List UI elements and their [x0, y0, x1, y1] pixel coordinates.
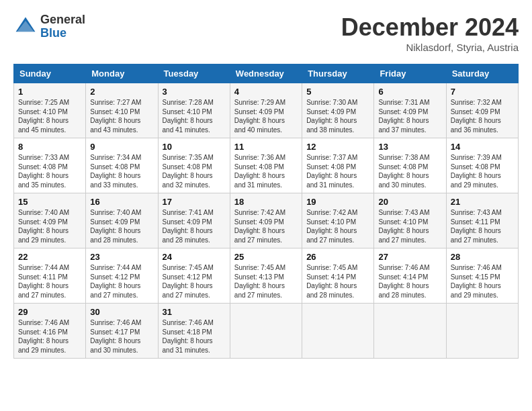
cell-details: Sunrise: 7:45 AM Sunset: 4:14 PM Dayligh… [306, 263, 369, 300]
calendar-cell: 9Sunrise: 7:34 AM Sunset: 4:08 PM Daylig… [86, 138, 158, 193]
calendar-cell: 19Sunrise: 7:42 AM Sunset: 4:10 PM Dayli… [302, 193, 374, 248]
cell-details: Sunrise: 7:34 AM Sunset: 4:08 PM Dayligh… [90, 153, 153, 189]
day-number: 18 [234, 197, 298, 207]
cell-details: Sunrise: 7:32 AM Sunset: 4:09 PM Dayligh… [451, 98, 514, 134]
calendar-cell: 28Sunrise: 7:46 AM Sunset: 4:15 PM Dayli… [446, 248, 518, 304]
cell-details: Sunrise: 7:43 AM Sunset: 4:10 PM Dayligh… [378, 208, 441, 244]
calendar-cell: 18Sunrise: 7:42 AM Sunset: 4:09 PM Dayli… [230, 193, 302, 248]
day-number: 7 [451, 87, 514, 97]
calendar-cell: 4Sunrise: 7:29 AM Sunset: 4:09 PM Daylig… [230, 83, 302, 138]
day-number: 27 [378, 252, 441, 262]
week-row-3: 15Sunrise: 7:40 AM Sunset: 4:09 PM Dayli… [14, 193, 519, 248]
calendar-cell: 10Sunrise: 7:35 AM Sunset: 4:08 PM Dayli… [158, 138, 230, 193]
calendar-cell: 15Sunrise: 7:40 AM Sunset: 4:09 PM Dayli… [14, 193, 86, 248]
calendar-cell: 11Sunrise: 7:36 AM Sunset: 4:08 PM Dayli… [230, 138, 302, 193]
day-number: 9 [90, 142, 153, 152]
calendar-cell: 24Sunrise: 7:45 AM Sunset: 4:12 PM Dayli… [158, 248, 230, 304]
cell-details: Sunrise: 7:27 AM Sunset: 4:10 PM Dayligh… [90, 98, 153, 134]
calendar-cell: 14Sunrise: 7:39 AM Sunset: 4:08 PM Dayli… [446, 138, 518, 193]
weekday-header-thursday: Thursday [302, 64, 374, 83]
day-number: 23 [90, 252, 153, 262]
calendar-cell: 1Sunrise: 7:25 AM Sunset: 4:10 PM Daylig… [14, 83, 86, 138]
day-number: 10 [163, 142, 226, 152]
calendar-cell: 21Sunrise: 7:43 AM Sunset: 4:11 PM Dayli… [446, 193, 518, 248]
day-number: 28 [451, 252, 514, 262]
day-number: 25 [234, 252, 298, 262]
calendar-cell: 20Sunrise: 7:43 AM Sunset: 4:10 PM Dayli… [374, 193, 446, 248]
calendar-cell: 26Sunrise: 7:45 AM Sunset: 4:14 PM Dayli… [302, 248, 374, 304]
page-header: General Blue December 2024 Niklasdorf, S… [13, 13, 519, 53]
weekday-header-sunday: Sunday [14, 64, 86, 83]
day-number: 12 [306, 142, 369, 152]
day-number: 2 [90, 87, 153, 97]
day-number: 31 [163, 307, 226, 317]
cell-details: Sunrise: 7:40 AM Sunset: 4:09 PM Dayligh… [90, 208, 153, 244]
day-number: 19 [306, 197, 369, 207]
cell-details: Sunrise: 7:37 AM Sunset: 4:08 PM Dayligh… [306, 153, 369, 189]
calendar-cell: 29Sunrise: 7:46 AM Sunset: 4:16 PM Dayli… [14, 304, 86, 359]
day-number: 16 [90, 197, 153, 207]
weekday-header-monday: Monday [86, 64, 158, 83]
cell-details: Sunrise: 7:31 AM Sunset: 4:09 PM Dayligh… [378, 98, 441, 134]
calendar-cell: 8Sunrise: 7:33 AM Sunset: 4:08 PM Daylig… [14, 138, 86, 193]
calendar-cell: 2Sunrise: 7:27 AM Sunset: 4:10 PM Daylig… [86, 83, 158, 138]
week-row-5: 29Sunrise: 7:46 AM Sunset: 4:16 PM Dayli… [14, 304, 519, 359]
cell-details: Sunrise: 7:44 AM Sunset: 4:11 PM Dayligh… [18, 263, 81, 300]
cell-details: Sunrise: 7:41 AM Sunset: 4:09 PM Dayligh… [163, 208, 226, 244]
calendar-cell: 13Sunrise: 7:38 AM Sunset: 4:08 PM Dayli… [374, 138, 446, 193]
calendar-cell: 12Sunrise: 7:37 AM Sunset: 4:08 PM Dayli… [302, 138, 374, 193]
calendar-cell: 27Sunrise: 7:46 AM Sunset: 4:14 PM Dayli… [374, 248, 446, 304]
calendar-cell: 17Sunrise: 7:41 AM Sunset: 4:09 PM Dayli… [158, 193, 230, 248]
cell-details: Sunrise: 7:25 AM Sunset: 4:10 PM Dayligh… [18, 98, 81, 134]
day-number: 8 [18, 142, 81, 152]
cell-details: Sunrise: 7:38 AM Sunset: 4:08 PM Dayligh… [378, 153, 441, 189]
day-number: 21 [451, 197, 514, 207]
day-number: 6 [378, 87, 441, 97]
day-number: 15 [18, 197, 81, 207]
weekday-header-row: SundayMondayTuesdayWednesdayThursdayFrid… [14, 64, 519, 83]
calendar-cell: 6Sunrise: 7:31 AM Sunset: 4:09 PM Daylig… [374, 83, 446, 138]
day-number: 29 [18, 307, 81, 317]
day-number: 14 [451, 142, 514, 152]
day-number: 3 [163, 87, 226, 97]
day-number: 30 [90, 307, 153, 317]
calendar-table: SundayMondayTuesdayWednesdayThursdayFrid… [13, 64, 519, 359]
week-row-1: 1Sunrise: 7:25 AM Sunset: 4:10 PM Daylig… [14, 83, 519, 138]
title-block: December 2024 Niklasdorf, Styria, Austri… [341, 13, 519, 53]
calendar-cell: 5Sunrise: 7:30 AM Sunset: 4:09 PM Daylig… [302, 83, 374, 138]
day-number: 24 [163, 252, 226, 262]
cell-details: Sunrise: 7:29 AM Sunset: 4:09 PM Dayligh… [234, 98, 298, 134]
calendar-cell [374, 304, 446, 359]
month-title: December 2024 [341, 13, 519, 42]
cell-details: Sunrise: 7:35 AM Sunset: 4:08 PM Dayligh… [163, 153, 226, 189]
cell-details: Sunrise: 7:36 AM Sunset: 4:08 PM Dayligh… [234, 153, 298, 189]
weekday-header-saturday: Saturday [446, 64, 518, 83]
logo-text: General Blue [40, 13, 85, 40]
calendar-cell [302, 304, 374, 359]
location: Niklasdorf, Styria, Austria [341, 42, 519, 53]
cell-details: Sunrise: 7:30 AM Sunset: 4:09 PM Dayligh… [306, 98, 369, 134]
calendar-cell: 7Sunrise: 7:32 AM Sunset: 4:09 PM Daylig… [446, 83, 518, 138]
logo-blue: Blue [40, 26, 66, 40]
day-number: 22 [18, 252, 81, 262]
weekday-header-tuesday: Tuesday [158, 64, 230, 83]
calendar-cell [230, 304, 302, 359]
cell-details: Sunrise: 7:28 AM Sunset: 4:10 PM Dayligh… [163, 98, 226, 134]
cell-details: Sunrise: 7:42 AM Sunset: 4:09 PM Dayligh… [234, 208, 298, 244]
calendar-cell: 30Sunrise: 7:46 AM Sunset: 4:17 PM Dayli… [86, 304, 158, 359]
day-number: 17 [163, 197, 226, 207]
day-number: 11 [234, 142, 298, 152]
cell-details: Sunrise: 7:46 AM Sunset: 4:18 PM Dayligh… [163, 318, 226, 355]
calendar-cell: 31Sunrise: 7:46 AM Sunset: 4:18 PM Dayli… [158, 304, 230, 359]
logo-icon [13, 15, 38, 39]
calendar-cell [446, 304, 518, 359]
cell-details: Sunrise: 7:46 AM Sunset: 4:17 PM Dayligh… [90, 318, 153, 355]
cell-details: Sunrise: 7:45 AM Sunset: 4:12 PM Dayligh… [163, 263, 226, 300]
cell-details: Sunrise: 7:40 AM Sunset: 4:09 PM Dayligh… [18, 208, 81, 244]
day-number: 1 [18, 87, 81, 97]
day-number: 26 [306, 252, 369, 262]
calendar-cell: 23Sunrise: 7:44 AM Sunset: 4:12 PM Dayli… [86, 248, 158, 304]
logo: General Blue [13, 13, 85, 40]
cell-details: Sunrise: 7:43 AM Sunset: 4:11 PM Dayligh… [451, 208, 514, 244]
day-number: 4 [234, 87, 298, 97]
